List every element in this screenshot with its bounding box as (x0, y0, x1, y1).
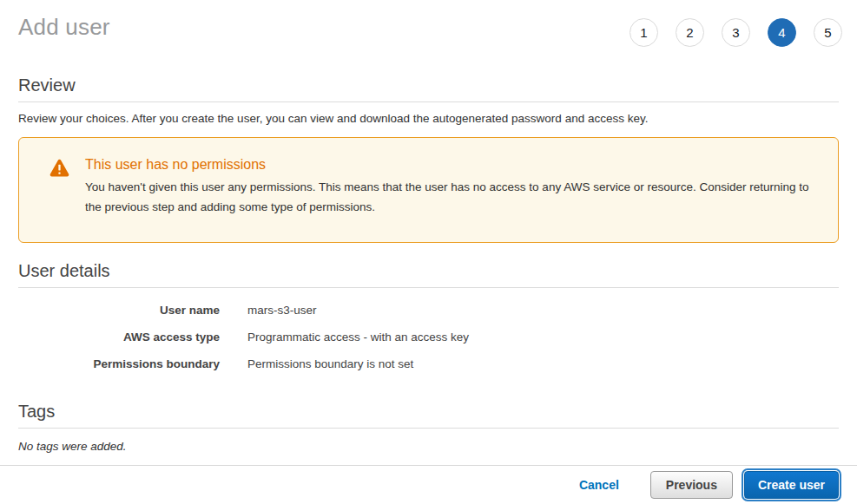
table-row: AWS access type Programmatic access - wi… (18, 324, 839, 350)
table-row: Permissions boundary Permissions boundar… (18, 351, 839, 376)
warning-title: This user has no permissions (85, 157, 822, 173)
step-4-active[interactable]: 4 (768, 18, 796, 47)
permissions-boundary-label: Permissions boundary (18, 357, 220, 370)
permissions-boundary-value: Permissions boundary is not set (247, 357, 413, 370)
access-type-label: AWS access type (18, 331, 220, 344)
review-section: Review Review your choices. After you cr… (18, 75, 839, 125)
review-heading: Review (18, 75, 839, 102)
step-2[interactable]: 2 (676, 18, 704, 47)
step-3[interactable]: 3 (722, 18, 750, 47)
wizard-header: Add user 1 2 3 4 5 (0, 0, 857, 47)
cancel-button[interactable]: Cancel (579, 478, 619, 492)
tags-heading: Tags (18, 402, 839, 429)
user-details-section: User details User name mars-s3-user AWS … (18, 261, 839, 376)
warning-content: This user has no permissions You haven't… (85, 153, 822, 227)
warning-body: You haven't given this user any permissi… (85, 178, 822, 218)
step-indicator: 1 2 3 4 5 (630, 18, 842, 47)
user-details-rows: User name mars-s3-user AWS access type P… (18, 298, 839, 376)
previous-button[interactable]: Previous (650, 471, 733, 499)
create-user-button[interactable]: Create user (744, 471, 839, 499)
user-details-heading: User details (18, 261, 839, 288)
step-5[interactable]: 5 (814, 18, 842, 47)
tags-section: Tags No tags were added. (18, 402, 839, 453)
table-row: User name mars-s3-user (18, 298, 839, 323)
access-type-value: Programmatic access - with an access key (247, 331, 469, 344)
user-name-value: mars-s3-user (247, 304, 317, 317)
review-description: Review your choices. After you create th… (18, 112, 839, 125)
add-user-page: Add user 1 2 3 4 5 Review Review your ch… (0, 0, 857, 504)
wizard-footer: Cancel Previous Create user (0, 465, 857, 504)
user-name-label: User name (18, 304, 220, 317)
step-1[interactable]: 1 (630, 18, 658, 47)
tags-empty-text: No tags were added. (18, 440, 839, 453)
wizard-content: Review Review your choices. After you cr… (0, 75, 857, 453)
no-permissions-warning: This user has no permissions You haven't… (18, 137, 839, 243)
page-title: Add user (18, 14, 110, 41)
warning-triangle-icon (49, 153, 70, 227)
